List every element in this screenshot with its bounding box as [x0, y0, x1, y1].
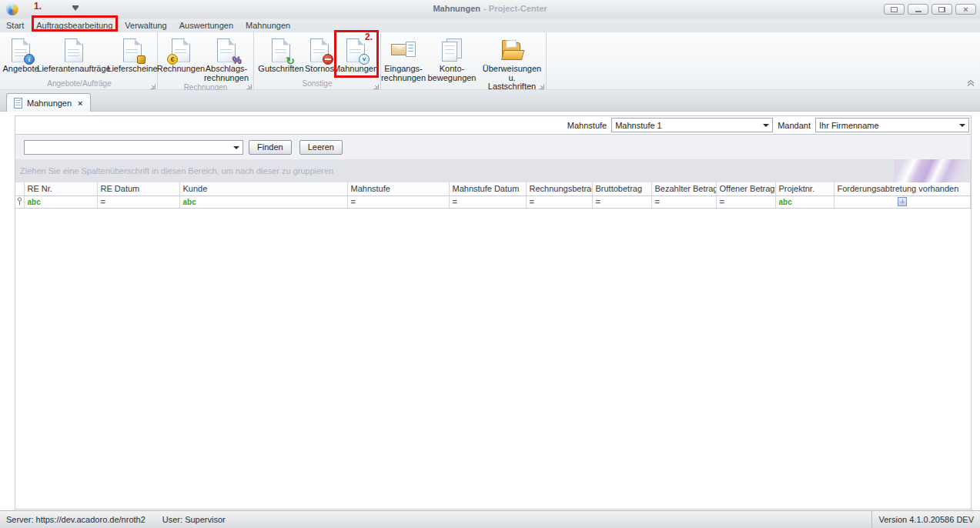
column-header-rechnungsbetrag[interactable]: Rechnungsbetrag [526, 182, 592, 195]
compare-filter-icon: = [596, 197, 600, 206]
minimize-button[interactable] [908, 4, 928, 15]
column-header-projektnr[interactable]: Projektnr. [775, 182, 834, 195]
lieferscheine-document-package-icon [123, 38, 142, 62]
find-button[interactable]: Finden [249, 140, 292, 155]
eingangsrechnungen-button[interactable]: Eingangs- rechnungen [381, 35, 426, 82]
ribbon-tab-bar: Start Auftragsbearbeitung Verwaltung Aus… [0, 19, 980, 32]
rechnungen-label: Rechnungen [157, 65, 205, 74]
filter-cell-offener-betrag[interactable]: = [716, 195, 775, 208]
column-header-re-datum[interactable]: RE Datum [97, 182, 179, 195]
rechnungen-button[interactable]: € Rechnungen [160, 35, 202, 74]
angebote-button[interactable]: i Angebote [3, 35, 38, 74]
compare-filter-icon: = [101, 197, 105, 206]
lieferantenauftraege-label: Lieferantenaufträge [37, 65, 110, 74]
column-header-kunde[interactable]: Kunde [179, 182, 347, 195]
search-input[interactable] [25, 141, 242, 154]
filter-cell-re-datum[interactable]: = [97, 195, 179, 208]
restore-icon [938, 7, 945, 12]
text-filter-icon: abc [183, 198, 196, 206]
column-header-bruttobetrag[interactable]: Bruttobetrag [592, 182, 651, 195]
filter-cell-bruttobetrag[interactable]: = [592, 195, 651, 208]
restore-button[interactable] [932, 4, 952, 15]
ueberweisungen-lastschriften-button[interactable]: Überweisungen u. Lastschriften [478, 35, 546, 92]
eingangsrechnungen-label: Eingangs- rechnungen [381, 65, 426, 82]
dialog-launcher-icon[interactable] [149, 82, 156, 88]
clear-button[interactable]: Leeren [299, 140, 343, 155]
grid-filter-row: abc = abc = = = = = = abc [15, 195, 971, 208]
filter-cell-forderungsabtretung[interactable] [834, 195, 971, 208]
filter-cell-bezahlter-betrag[interactable]: = [651, 195, 716, 208]
group-caption-sonstige: Sonstige [254, 79, 380, 89]
mahnstufe-value: Mahnstufe 1 [615, 121, 662, 130]
abschlagsrechnungen-document-percent-icon: % [217, 38, 236, 62]
ribbon-group-rechnungen: € Rechnungen % Abschlags- rechnungen Rec… [158, 32, 254, 89]
filter-cell-kunde[interactable]: abc [179, 195, 347, 208]
abschlagsrechnungen-button[interactable]: % Abschlags- rechnungen [202, 35, 251, 82]
checkbox-filter-icon [898, 197, 907, 206]
mandant-value: Ihr Firmenname [819, 121, 879, 130]
ribbon-group-sonstige: ↻ Gutschriften Stornos v Mahnungen Sonst… [254, 32, 381, 89]
mandant-dropdown[interactable]: Ihr Firmenname [815, 118, 969, 132]
ribbon-tab-verwaltung[interactable]: Verwaltung [119, 19, 172, 32]
document-tab-mahnungen[interactable]: Mahnungen × [6, 93, 91, 112]
dialog-launcher-icon[interactable] [246, 82, 252, 88]
dialog-launcher-icon[interactable] [373, 82, 379, 88]
ribbon-tab-auswertungen[interactable]: Auswertungen [173, 19, 239, 32]
ribbon-toolbar: i Angebote Lieferantenaufträge Liefersch… [0, 32, 980, 90]
group-caption-angebote-auftraege: Angebote/Aufträge [2, 79, 157, 89]
ribbon-tab-mahnungen[interactable]: Mahnungen [239, 19, 296, 32]
filter-cell-mahnstufe-datum[interactable]: = [449, 195, 526, 208]
ribbon-tab-auftragsbearbeitung[interactable]: Auftragsbearbeitung [30, 19, 119, 32]
lieferantenauftraege-button[interactable]: Lieferantenaufträge [38, 35, 109, 74]
annotation-number-1: 1. [34, 1, 42, 12]
filter-cell-mahnstufe[interactable]: = [347, 195, 449, 208]
document-tab-label: Mahnungen [27, 99, 72, 108]
ribbon-group-eingangsrechnungen-zahlungen: Eingangs- rechnungen Konto- bewegungen Ü… [381, 32, 547, 89]
grid-header-row: RE Nr. RE Datum Kunde Mahnstufe Mahnstuf… [15, 182, 971, 195]
annotation-number-2: 2. [365, 32, 373, 42]
title-bar: Mahnungen- Project-Center × [0, 0, 980, 19]
column-header-offener-betrag[interactable]: Offener Betrag [716, 182, 775, 195]
status-server: Server: https://dev.acadoro.de/nroth2 [6, 515, 145, 524]
mahnungen-grid: RE Nr. RE Datum Kunde Mahnstufe Mahnstuf… [15, 182, 971, 209]
filter-cell-re-nr[interactable]: abc [24, 195, 97, 208]
angebote-document-info-icon: i [12, 38, 30, 62]
fullscreen-icon [891, 7, 898, 12]
window-title-primary: Mahnungen [433, 4, 480, 13]
dialog-launcher-icon[interactable] [538, 82, 544, 88]
column-header-forderungsabtretung[interactable]: Forderungsabtretung vorhanden [834, 182, 971, 195]
kontobewegungen-button[interactable]: Konto- bewegungen [426, 35, 478, 82]
group-by-panel[interactable]: Ziehen Sie eine Spaltenüberschrift in di… [15, 159, 971, 182]
chevron-down-icon [959, 124, 965, 127]
column-header-mahnstufe-datum[interactable]: Mahnstufe Datum [449, 182, 526, 195]
filter-cell-rechnungsbetrag[interactable]: = [526, 195, 592, 208]
mahnstufe-dropdown[interactable]: Mahnstufe 1 [611, 118, 773, 132]
lieferantenauftraege-document-icon [65, 38, 83, 62]
compare-filter-icon: = [655, 197, 660, 206]
column-header-re-nr[interactable]: RE Nr. [24, 182, 97, 195]
compare-filter-icon: = [720, 197, 724, 206]
column-header-mahnstufe[interactable]: Mahnstufe [347, 182, 449, 195]
kontobewegungen-label: Konto- bewegungen [427, 65, 476, 82]
filter-cell-projektnr[interactable]: abc [775, 195, 834, 208]
compare-filter-icon: = [351, 197, 356, 206]
fullscreen-button[interactable] [884, 4, 905, 15]
stornos-button[interactable]: Stornos [303, 35, 336, 74]
column-header-bezahlter-betrag[interactable]: Bezahlter Betrag [651, 182, 716, 195]
ribbon-tab-start[interactable]: Start [0, 19, 30, 32]
group-by-hint: Ziehen Sie eine Spaltenüberschrift in di… [15, 159, 971, 182]
tab-close-icon[interactable]: × [78, 99, 82, 108]
mandant-label: Mandant [778, 121, 811, 130]
status-bar: Server: https://dev.acadoro.de/nroth2 Us… [0, 510, 980, 528]
window-title-suffix: - Project-Center [483, 4, 547, 13]
gutschriften-button[interactable]: ↻ Gutschriften [259, 35, 303, 74]
chevron-down-icon[interactable] [233, 146, 239, 149]
compare-filter-icon: = [530, 197, 534, 206]
document-icon [14, 98, 22, 109]
gutschriften-document-refresh-icon: ↻ [272, 38, 290, 62]
ribbon-collapse-icon[interactable] [966, 79, 975, 87]
mahnungen-document-clock-icon: v [346, 38, 365, 62]
status-user: User: Supervisor [162, 515, 226, 524]
lieferscheine-button[interactable]: Lieferscheine [109, 35, 156, 74]
close-button[interactable]: × [955, 4, 976, 15]
